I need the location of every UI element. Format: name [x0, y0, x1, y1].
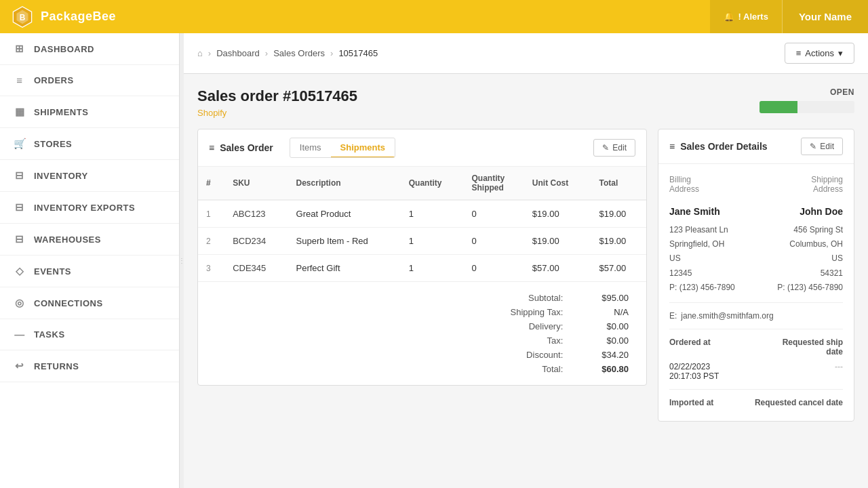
table-body: 1 ABC123 Great Product 1 0 $19.00 $19.00: [198, 200, 646, 281]
shipments-icon: ▦: [14, 106, 26, 118]
sales-order-edit-button[interactable]: ✎ Edit: [593, 139, 635, 157]
row1-description: Great Product: [288, 200, 401, 228]
sidebar-item-warehouses[interactable]: ⊟ WAREHOUSES: [0, 224, 179, 256]
sidebar-item-inventory-exports[interactable]: ⊟ INVENTORY EXPORTS: [0, 192, 179, 224]
sidebar-item-inventory[interactable]: ⊟ INVENTORY: [0, 160, 179, 192]
imported-at-label: Imported at: [669, 398, 713, 407]
billing-address2: Springfield, OH: [669, 238, 724, 251]
total-label: Total:: [460, 363, 568, 375]
address-phone-row: P: (123) 456-7890 P: (123) 456-7890: [669, 281, 843, 294]
ordered-at-time: 20:17:03 PST: [669, 371, 719, 381]
sales-order-card: ≡ Sales Order Items Shipments ✎ E: [197, 129, 647, 386]
details-card: ≡ Sales Order Details ✎ Edit: [658, 129, 854, 422]
ordered-at-row: 02/22/2023 20:17:03 PST ---: [669, 362, 843, 381]
col-qty-shipped: Quantity Shipped: [464, 167, 524, 200]
sidebar-label-inventory: INVENTORY: [34, 171, 88, 181]
sidebar-label-tasks: TASKS: [34, 329, 65, 340]
order-title: Sales order #10517465: [197, 87, 357, 105]
details-divider-2: [669, 329, 843, 329]
col-unit-cost: Unit Cost: [524, 167, 591, 200]
sidebar-item-events[interactable]: ◇ EVENTS: [0, 256, 179, 287]
breadcrumb-sales-orders[interactable]: Sales Orders: [273, 48, 325, 58]
sidebar-label-events: EVENTS: [34, 266, 71, 277]
col-quantity: Quantity: [401, 167, 464, 200]
sidebar-item-tasks[interactable]: — TASKS: [0, 319, 179, 350]
row2-sku: BCD234: [224, 228, 288, 255]
actions-button[interactable]: ≡ Actions ▾: [785, 43, 854, 64]
breadcrumb-sep-1: ›: [208, 48, 211, 58]
shipping-address1: 456 Spring St: [793, 224, 843, 237]
tab-shipments[interactable]: Shipments: [331, 138, 395, 158]
inventory-icon: ⊟: [14, 169, 26, 182]
discount-value: $34.20: [570, 348, 634, 361]
order-header: Sales order #10517465 Shopify OPEN: [197, 87, 854, 118]
delivery-value: $0.00: [570, 320, 634, 333]
tasks-icon: —: [14, 329, 26, 340]
subtotal-label: Subtotal:: [460, 291, 568, 304]
row2-num: 2: [198, 228, 224, 255]
tab-items[interactable]: Items: [290, 138, 331, 158]
subtotal-row: Subtotal: $95.00: [460, 291, 634, 304]
sidebar-item-connections[interactable]: ◎ CONNECTIONS: [0, 287, 179, 319]
delivery-label: Delivery:: [460, 320, 568, 333]
row3-sku: CDE345: [224, 255, 288, 282]
sidebar-label-stores: STORES: [34, 139, 72, 149]
sidebar-item-dashboard[interactable]: ⊞ DASHBOARD: [0, 33, 179, 65]
inventory-exports-icon: ⊟: [14, 201, 26, 214]
sidebar-label-dashboard: DASHBOARD: [34, 44, 94, 54]
sales-order-table: # SKU Description Quantity Quantity Ship…: [198, 167, 646, 281]
billing-zip: 12345: [669, 267, 692, 280]
sales-order-card-title: ≡ Sales Order: [209, 142, 273, 153]
alerts-button[interactable]: 🔔 ! Alerts: [710, 0, 783, 33]
requested-ship-value: ---: [835, 362, 843, 381]
actions-chevron-icon: ▾: [838, 48, 843, 58]
row3-quantity: 1: [401, 255, 464, 282]
breadcrumb-current: 10517465: [338, 48, 378, 58]
details-divider-3: [669, 389, 843, 390]
col-total: Total: [591, 167, 646, 200]
sidebar-label-shipments: SHIPMENTS: [34, 107, 88, 117]
details-divider: [669, 302, 843, 303]
sidebar-item-returns[interactable]: ↩ RETURNS: [0, 350, 179, 382]
tax-row: Tax: $0.00: [460, 334, 634, 347]
row1-qty-shipped: 0: [464, 200, 524, 228]
sidebar-item-shipments[interactable]: ▦ SHIPMENTS: [0, 96, 179, 128]
sales-order-card-header: ≡ Sales Order Items Shipments ✎ E: [198, 129, 646, 167]
order-progress-bar: [760, 101, 854, 113]
subtotal-value: $95.00: [570, 291, 634, 304]
email-address: jane.smith@smithfam.org: [681, 311, 773, 321]
actions-label: Actions: [805, 48, 834, 58]
shipping-country: US: [831, 252, 843, 265]
shipping-address2: Columbus, OH: [789, 238, 843, 251]
user-menu-button[interactable]: Your Name: [783, 0, 868, 33]
col-num: #: [198, 167, 224, 200]
row1-quantity: 1: [401, 200, 464, 228]
email-row: E: jane.smith@smithfam.org: [669, 311, 843, 321]
connections-icon: ◎: [14, 297, 26, 309]
details-card-title: ≡ Sales Order Details: [669, 141, 768, 152]
details-title-text: Sales Order Details: [680, 141, 767, 152]
shipping-tax-row: Shipping Tax: N/A: [460, 306, 634, 319]
sidebar-item-stores[interactable]: 🛒 STORES: [0, 128, 179, 160]
main-layout: ⊞ DASHBOARD ≡ ORDERS ▦ SHIPMENTS 🛒 STORE…: [0, 33, 868, 488]
meta-labels-row: Ordered at Requested shipdate: [669, 338, 843, 359]
breadcrumb-dashboard[interactable]: Dashboard: [216, 48, 260, 58]
billing-phone: P: (123) 456-7890: [669, 281, 735, 294]
sidebar-item-orders[interactable]: ≡ ORDERS: [0, 65, 179, 96]
order-title-block: Sales order #10517465 Shopify: [197, 87, 357, 118]
totals-row: Subtotal: $95.00 Shipping Tax: N/A Deliv…: [209, 290, 635, 377]
events-icon: ◇: [14, 265, 26, 277]
sidebar-label-connections: CONNECTIONS: [34, 298, 103, 308]
details-edit-button[interactable]: ✎ Edit: [801, 138, 843, 155]
order-status-label: OPEN: [830, 87, 854, 97]
returns-icon: ↩: [14, 360, 26, 372]
imported-labels-row: Imported at Requested cancel date: [669, 398, 843, 410]
billing-address-col: BillingAddress: [669, 175, 756, 198]
edit-label: Edit: [612, 143, 627, 152]
col-left: ≡ Sales Order Items Shipments ✎ E: [197, 129, 647, 422]
logo-icon: B: [11, 5, 34, 28]
row3-unit-cost: $57.00: [524, 255, 591, 282]
home-icon: ⌂: [197, 48, 203, 58]
sidebar-label-returns: RETURNS: [34, 361, 79, 371]
email-icon: E:: [669, 311, 677, 321]
